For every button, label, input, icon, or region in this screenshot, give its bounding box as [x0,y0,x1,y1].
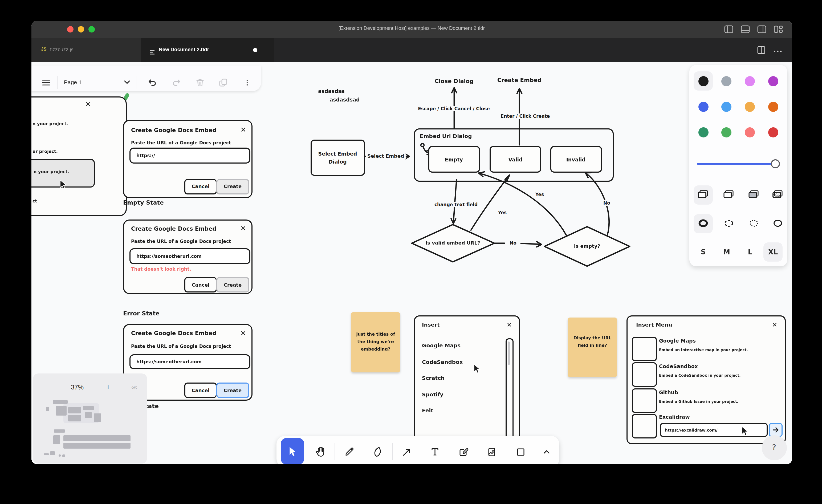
hand-tool-button[interactable] [314,445,327,458]
sticky-note-url-field[interactable]: Display the URL field in line? [568,318,617,377]
insert-item[interactable]: Google Maps [422,343,461,349]
url-input[interactable]: https://someotherurl.com [129,354,251,369]
trash-button[interactable] [194,77,205,88]
split-editor-button[interactable] [757,46,766,56]
arrow-label-enter[interactable]: Enter / Click Create [499,113,552,118]
help-button[interactable]: ? [762,435,787,460]
asset-tool-button[interactable] [485,445,498,458]
flow-box-invalid[interactable]: Invalid [550,146,602,173]
arrow-label-escape[interactable]: Escape / Click Cancel / Close [416,106,491,111]
more-actions-button[interactable]: ••• [774,48,783,54]
flow-box-valid[interactable]: Valid [490,146,541,173]
url-input[interactable]: https://someotherurl.com [129,248,251,264]
fill-semi-button[interactable] [723,189,735,200]
color-swatch-green[interactable] [698,127,708,137]
more-menu-button[interactable]: ⋮ [242,77,253,88]
draw-tool-button[interactable] [343,445,356,458]
submit-url-button[interactable] [769,423,783,437]
wireframe-insert-menu-panel[interactable]: Insert Menu ✕ Google Maps Embed an inter… [627,316,786,444]
diamond-label-is-valid[interactable]: Is valid embed URL? [426,240,480,245]
insert-item[interactable]: Spotify [422,392,443,398]
color-swatch-black[interactable] [698,76,708,86]
size-xl-button[interactable]: XL [768,248,778,256]
duplicate-button[interactable] [218,77,229,88]
color-swatch-orange[interactable] [768,101,778,112]
zoom-level[interactable]: 37% [71,384,84,391]
flow-label-create-embed[interactable]: Create Embed [497,77,541,83]
size-m-button[interactable]: M [723,248,730,256]
collapse-minimap-icon[interactable]: «« [131,384,136,391]
insert-item[interactable]: Felt [422,408,433,413]
sticky-note-titles[interactable]: Just the titles of the thing we're embed… [351,312,400,372]
arrow-tool-button[interactable] [400,445,413,458]
main-menu-button[interactable] [40,77,51,88]
wireframe-partial-dialog[interactable]: ✕ n your project. ur project. n your pro… [31,96,127,216]
scratch-text-2[interactable]: asdasdsad [330,96,360,102]
state-caption-clipped[interactable]: tate [145,403,159,409]
flow-label-close-dialog[interactable]: Close Dialog [435,77,474,84]
flow-box-select-embed-dialog[interactable]: Select Embed Dialog [310,139,365,176]
dash-draw-button[interactable] [698,218,709,228]
menu-row-github[interactable]: Github Embed a Github Issue in your proj… [632,388,780,411]
dash-dotted-button[interactable] [749,218,759,228]
tab-new-document[interactable]: New Document 2.tldr [141,38,274,61]
flow-box-empty[interactable]: Empty [428,146,480,173]
tldraw-canvas[interactable]: asdasdsa asdasdsad ✕ n your project. ur … [31,61,792,464]
scrollbar-thumb[interactable] [507,342,509,365]
arrow-label-yes-1[interactable]: Yes [496,210,508,215]
dash-dashed-button[interactable] [724,218,734,228]
create-button[interactable]: Create [216,277,249,293]
fill-pattern-button[interactable] [772,189,784,200]
opacity-slider-handle[interactable] [771,159,780,168]
color-swatch-light-blue[interactable] [721,101,732,112]
chevron-down-icon[interactable] [122,78,131,87]
arrow-label-yes-2[interactable]: Yes [534,192,545,197]
arrow-label-no-2[interactable]: No [602,200,612,206]
scratch-text-1[interactable]: asdasdsa [318,88,345,94]
create-button-highlighted[interactable]: Create [216,383,249,398]
select-tool-button[interactable] [281,438,304,464]
dash-solid-button[interactable] [772,218,783,228]
arrow-label-change-text-field[interactable]: change text field [433,202,479,207]
insert-item[interactable]: CodeSandbox [422,359,463,365]
state-caption[interactable]: Error State [123,310,159,317]
customize-layout-button[interactable] [774,24,783,36]
cancel-button[interactable]: Cancel [184,383,217,398]
color-swatch-light-red[interactable] [745,127,755,137]
flow-container-embed-url-dialog[interactable]: Embed Url Dialog Empty Valid Invalid [414,128,614,181]
cancel-button[interactable]: Cancel [184,179,217,194]
toggle-panel-bottom-button[interactable] [741,24,750,36]
size-l-button[interactable]: L [748,248,753,256]
create-button[interactable]: Create [216,179,249,194]
wireframe-dialog-error[interactable]: Create Google Docs Embed ✕ Paste the URL… [123,219,253,294]
undo-button[interactable] [147,77,158,88]
rectangle-tool-button[interactable] [514,445,527,458]
wireframe-insert-panel[interactable]: Insert ✕ Google Maps CodeSandbox Scratch… [414,316,520,449]
zoom-out-button[interactable]: − [41,382,52,392]
redo-button[interactable] [171,77,182,88]
arrow-label-select-embed[interactable]: Select Embed [366,153,406,159]
diamond-label-is-empty[interactable]: Is empty? [574,243,600,249]
color-swatch-light-violet[interactable] [745,76,755,86]
insert-item[interactable]: Scratch [422,375,445,381]
color-swatch-yellow[interactable] [745,101,755,112]
color-swatch-blue[interactable] [698,101,708,112]
text-tool-button[interactable] [428,445,441,458]
menu-row-codesandbox[interactable]: CodeSandbox Embed a CodeSandbox in your … [632,362,780,385]
state-caption[interactable]: Empty State [123,199,164,206]
menu-row-google-maps[interactable]: Google Maps Embed an interactive map in … [632,337,780,359]
eraser-tool-button[interactable] [371,445,384,458]
color-swatch-violet[interactable] [768,76,778,86]
color-swatch-red[interactable] [768,127,778,137]
tab-fizzbuzz[interactable]: JS fizzbuzz.js [31,38,141,61]
fill-none-button[interactable] [697,189,709,200]
note-tool-button[interactable] [457,445,470,458]
zoom-in-button[interactable]: + [103,382,113,392]
fill-solid-button[interactable] [748,189,760,200]
page-name[interactable]: Page 1 [64,79,82,85]
embed-url-input[interactable]: https://excalidraw.com/ [660,423,768,437]
url-input[interactable]: https:// [129,147,251,163]
color-swatch-grey[interactable] [721,76,732,86]
cancel-button[interactable]: Cancel [184,277,217,293]
arrow-label-no-mid[interactable]: No [508,240,518,245]
